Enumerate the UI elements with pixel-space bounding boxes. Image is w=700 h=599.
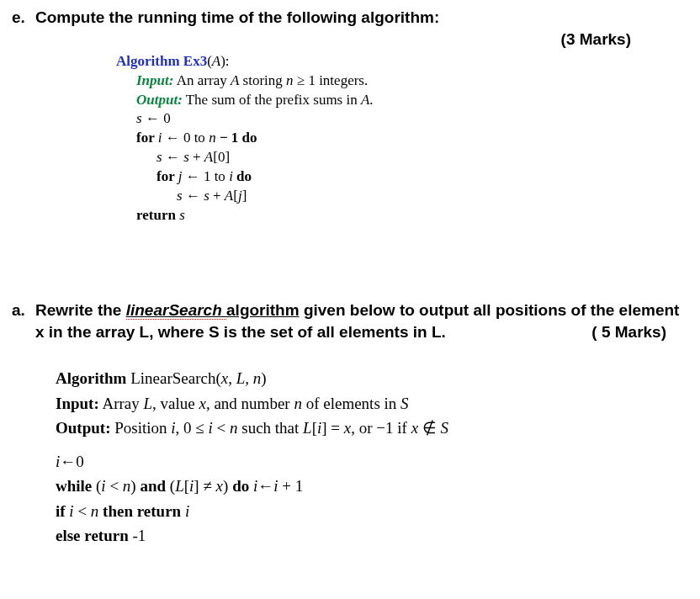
ls-input: Input: Array L, value x, and number n of… (56, 391, 681, 416)
spacer (56, 441, 681, 449)
algorithm-ex3: Algorithm Ex3(A): Input: An array A stor… (116, 52, 681, 225)
question-a-marks: ( 5 Marks) (591, 321, 681, 343)
ls-line-if: if i < n then return i (56, 499, 681, 523)
question-e-text: Compute the running time of the followin… (35, 7, 681, 29)
algo-name: Ex3 (183, 53, 207, 69)
algo-line-for-j: for j ← 1 to i do (116, 167, 681, 187)
question-e-letter: e. (7, 7, 35, 29)
algo-line-for-i: for i ← 0 to n − 1 do (116, 129, 681, 148)
algo-header-line: Algorithm Ex3(A): (116, 52, 681, 72)
question-a-text: Rewrite the linearSearch algorithm given… (35, 300, 681, 342)
ls-line-init: i←0 (56, 449, 681, 474)
question-e-heading: e. Compute the running time of the follo… (7, 7, 681, 29)
algo-line-return: return s (116, 206, 681, 225)
ls-line-else: else return -1 (56, 523, 681, 548)
algo-output: Output: The sum of the prefix sums in A. (116, 91, 681, 110)
ls-line-while: while (i < n) and (L[i] ≠ x) do i←i + 1 (56, 474, 681, 498)
question-a: a. Rewrite the linearSearch algorithm gi… (7, 300, 681, 548)
spacer (7, 259, 681, 300)
question-e-marks: (3 Marks) (7, 30, 681, 49)
algo-line-s0: s ← 0 (116, 109, 681, 129)
linear-search-term: linearSearch (126, 301, 226, 320)
algo-keyword: Algorithm (116, 53, 180, 69)
algo-line-s-a0: s ← s + A[0] (116, 148, 681, 167)
algorithm-linear-search: Algorithm LinearSearch(x, L, n) Input: A… (56, 366, 681, 548)
algo-input: Input: An array A storing n ≥ 1 integers… (116, 72, 681, 91)
ls-header-line: Algorithm LinearSearch(x, L, n) (56, 366, 681, 390)
ls-output: Output: Position i, 0 ≤ i < n such that … (56, 416, 681, 440)
algo-param: A (212, 53, 220, 69)
question-a-heading: a. Rewrite the linearSearch algorithm gi… (7, 300, 681, 342)
question-a-letter: a. (7, 300, 35, 321)
algo-line-s-aj: s ← s + A[j] (116, 187, 681, 206)
question-e: e. Compute the running time of the follo… (7, 7, 681, 225)
